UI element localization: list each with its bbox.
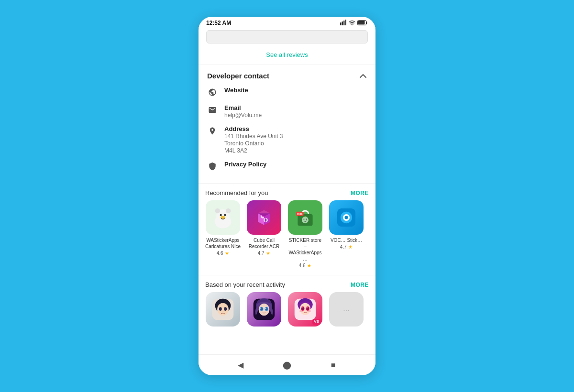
svg-rect-2 <box>343 21 345 25</box>
app-card-cube[interactable]: Cube Call Recorder ACR 4.7 ★ <box>244 200 284 268</box>
recent-activity-more[interactable]: MORE <box>351 282 369 288</box>
recent-activity-section: Based on your recent activity MORE <box>199 275 375 336</box>
svg-point-26 <box>306 218 307 219</box>
recommended-title: Recommended for you <box>205 189 268 196</box>
email-label: Email <box>224 104 262 111</box>
website-label: Website <box>224 87 248 94</box>
address-text-group: Address 141 Rhodes Ave Unit 3 Toronto On… <box>224 125 283 154</box>
svg-point-56 <box>307 307 308 308</box>
app-rating-sticker: 4.6 ★ <box>299 263 312 268</box>
status-icons <box>340 20 368 26</box>
svg-point-30 <box>345 216 348 219</box>
recommended-header: Recommended for you MORE <box>199 184 375 200</box>
privacy-label: Privacy Policy <box>224 161 266 168</box>
svg-point-35 <box>224 307 227 311</box>
app-rating-voca: 4.7 ★ <box>340 244 353 250</box>
location-icon <box>207 126 218 136</box>
vs-badge: VS <box>312 319 320 325</box>
app-card-anime[interactable] <box>244 292 284 329</box>
recommended-apps-row: WAStickerApps Caricatures Nice 4.6 ★ <box>199 200 375 275</box>
app-icon-cube <box>247 200 281 235</box>
scroll-content: See all reviews Developer contact <box>199 46 375 354</box>
chevron-up-icon[interactable] <box>359 72 367 80</box>
svg-rect-6 <box>358 21 365 24</box>
svg-point-4 <box>352 24 353 25</box>
svg-point-24 <box>302 217 309 223</box>
app-name-sticker: STICKER store – WAStickerApps … <box>287 237 323 262</box>
app-icon-partial: ... <box>329 292 364 327</box>
recommended-more[interactable]: MORE <box>351 190 369 196</box>
developer-contact-section: Developer contact Website <box>199 65 375 184</box>
app-icon-sticker: 2019 <box>288 200 322 235</box>
app-card-bear[interactable]: WAStickerApps Caricatures Nice 4.6 ★ <box>203 200 243 268</box>
svg-rect-0 <box>340 22 342 25</box>
status-time: 12:52 AM <box>206 20 231 26</box>
email-value: help@Volu.me <box>224 112 262 119</box>
svg-point-10 <box>226 208 231 213</box>
app-name-bear: WAStickerApps Caricatures Nice <box>205 237 241 250</box>
wifi-icon <box>349 20 355 26</box>
app-card-manga[interactable] <box>203 292 243 329</box>
svg-rect-1 <box>342 22 343 25</box>
globe-icon <box>207 87 218 98</box>
email-text-group: Email help@Volu.me <box>224 104 262 119</box>
developer-contact-title: Developer contact <box>207 72 269 80</box>
website-text-group: Website <box>224 87 248 94</box>
app-name-voca: VOC… Stick… <box>331 237 362 243</box>
svg-rect-3 <box>345 20 347 25</box>
app-card-partial[interactable]: ... <box>327 292 366 329</box>
svg-point-36 <box>217 310 218 311</box>
svg-point-25 <box>303 218 304 219</box>
see-all-reviews-link[interactable]: See all reviews <box>266 51 308 58</box>
see-all-reviews-container: See all reviews <box>199 46 375 65</box>
address-line2: Toronto Ontario <box>224 140 283 147</box>
svg-point-45 <box>265 308 266 309</box>
contact-email[interactable]: Email help@Volu.me <box>207 104 367 119</box>
address-line3: M4L 3A2 <box>224 147 283 154</box>
nav-back-button[interactable]: ◀ <box>234 359 247 372</box>
app-icon-girl: VS <box>288 292 322 327</box>
svg-point-12 <box>224 214 226 216</box>
app-card-sticker[interactable]: 2019 STICKER store – WAStickerApps … 4.6… <box>286 200 325 268</box>
battery-icon <box>357 20 368 26</box>
app-card-voca[interactable]: VOC… Stick… 4.7 ★ <box>327 200 366 268</box>
nav-bar: ◀ ⬤ ■ <box>199 354 375 375</box>
app-icon-anime <box>247 292 281 327</box>
svg-text:...: ... <box>343 304 350 313</box>
app-icon-voca <box>329 200 364 235</box>
search-bar-stub <box>206 30 368 44</box>
nav-recents-button[interactable]: ■ <box>327 359 340 372</box>
recent-apps-row: VS ... <box>199 292 375 336</box>
app-name-cube: Cube Call Recorder ACR <box>246 237 282 250</box>
email-icon <box>207 105 218 115</box>
app-icon-manga <box>206 292 240 327</box>
svg-point-9 <box>215 208 220 213</box>
app-icon-bear <box>206 200 240 235</box>
shield-icon <box>207 161 218 172</box>
app-rating-bear: 4.6 ★ <box>217 250 230 256</box>
app-card-girl[interactable]: VS <box>286 292 325 329</box>
address-label: Address <box>224 125 283 132</box>
contact-website[interactable]: Website <box>207 87 367 98</box>
developer-contact-header: Developer contact <box>207 72 367 80</box>
nav-home-button[interactable]: ⬤ <box>280 359 294 372</box>
svg-point-44 <box>260 308 261 309</box>
address-line1: 141 Rhodes Ave Unit 3 <box>224 133 283 140</box>
privacy-text-group: Privacy Policy <box>224 161 266 168</box>
recommended-section: Recommended for you MORE <box>199 184 375 275</box>
signal-icon <box>340 20 347 26</box>
svg-text:2019: 2019 <box>297 213 303 216</box>
recent-activity-header: Based on your recent activity MORE <box>199 275 375 292</box>
svg-point-34 <box>219 307 222 311</box>
svg-rect-19 <box>265 218 266 222</box>
recent-activity-title: Based on your recent activity <box>205 281 285 288</box>
app-rating-cube: 4.7 ★ <box>258 250 271 256</box>
contact-privacy[interactable]: Privacy Policy <box>207 161 367 172</box>
contact-address[interactable]: Address 141 Rhodes Ave Unit 3 Toronto On… <box>207 125 367 154</box>
svg-point-11 <box>220 214 222 216</box>
phone-frame: 12:52 AM <box>199 17 375 375</box>
status-bar: 12:52 AM <box>199 17 375 28</box>
svg-point-55 <box>301 307 302 308</box>
